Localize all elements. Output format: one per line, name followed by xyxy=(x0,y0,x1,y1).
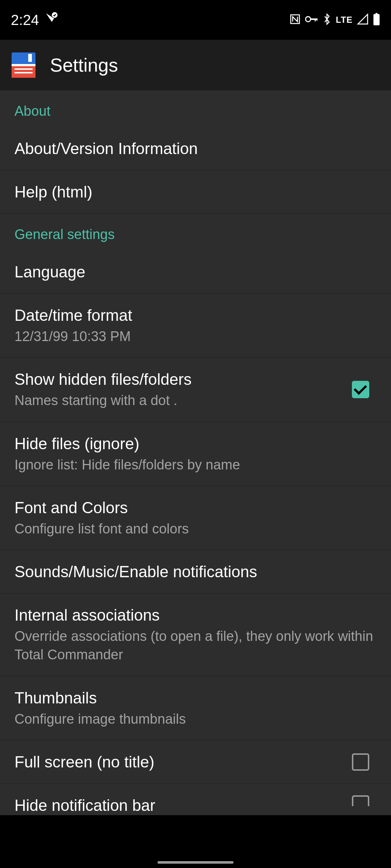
nfc-icon xyxy=(289,13,301,26)
status-bar: 2:24 LTE xyxy=(0,0,391,40)
item-title: Hide files (ignore) xyxy=(14,434,377,454)
item-internal-associations[interactable]: Internal associations Override associati… xyxy=(0,593,391,676)
item-title: Date/time format xyxy=(14,305,377,325)
item-subtitle: Ignore list: Hide files/folders by name xyxy=(14,456,377,474)
svg-rect-4 xyxy=(315,18,316,21)
checkbox-full-screen[interactable] xyxy=(352,753,369,771)
signal-icon xyxy=(357,13,369,26)
page-title: Settings xyxy=(50,54,118,76)
checkbox-show-hidden[interactable] xyxy=(352,381,369,398)
wifi-calling-icon xyxy=(45,12,59,29)
item-about-version[interactable]: About/Version Information xyxy=(0,127,391,170)
item-subtitle: Configure list font and colors xyxy=(14,520,377,538)
item-subtitle: Override associations (to open a file), … xyxy=(14,627,377,664)
nav-handle[interactable] xyxy=(157,861,234,864)
item-subtitle: 12/31/99 10:33 PM xyxy=(14,327,377,346)
checkbox-hide-notification-bar[interactable] xyxy=(352,795,369,806)
item-help[interactable]: Help (html) xyxy=(0,170,391,214)
item-title: Hide notification bar xyxy=(14,795,341,815)
status-right: LTE xyxy=(289,13,380,27)
svg-rect-6 xyxy=(375,13,378,14)
item-font-colors[interactable]: Font and Colors Configure list font and … xyxy=(0,486,391,550)
item-title: Internal associations xyxy=(14,605,377,625)
item-thumbnails[interactable]: Thumbnails Configure image thumbnails xyxy=(0,676,391,740)
item-title: Sounds/Music/Enable notifications xyxy=(14,562,377,582)
svg-rect-5 xyxy=(316,18,318,21)
item-date-time-format[interactable]: Date/time format 12/31/99 10:33 PM xyxy=(0,294,391,358)
checkmark-icon xyxy=(354,382,367,395)
network-type: LTE xyxy=(336,15,353,25)
status-left: 2:24 xyxy=(11,12,59,29)
status-time: 2:24 xyxy=(11,12,39,28)
battery-icon xyxy=(373,13,380,27)
item-title: Language xyxy=(14,262,377,282)
item-title: Help (html) xyxy=(14,182,377,202)
item-subtitle: Configure image thumbnails xyxy=(14,710,377,728)
item-hide-files[interactable]: Hide files (ignore) Ignore list: Hide fi… xyxy=(0,422,391,486)
item-title: Thumbnails xyxy=(14,688,377,708)
item-hide-notification-bar[interactable]: Hide notification bar xyxy=(0,784,391,815)
svg-rect-3 xyxy=(310,18,317,20)
item-title: Full screen (no title) xyxy=(14,752,341,772)
settings-list: About About/Version Information Help (ht… xyxy=(0,90,391,815)
item-subtitle: Names starting with a dot . xyxy=(14,391,341,410)
item-full-screen[interactable]: Full screen (no title) xyxy=(0,740,391,784)
item-title: Show hidden files/folders xyxy=(14,369,341,389)
item-title: Font and Colors xyxy=(14,498,377,518)
app-floppy-icon xyxy=(12,52,35,78)
bluetooth-icon xyxy=(323,13,331,26)
key-icon xyxy=(305,15,318,25)
item-show-hidden[interactable]: Show hidden files/folders Names starting… xyxy=(0,358,391,422)
app-bar: Settings xyxy=(0,40,391,90)
section-header-general: General settings xyxy=(0,214,391,250)
item-language[interactable]: Language xyxy=(0,250,391,294)
item-title: About/Version Information xyxy=(14,139,377,158)
svg-point-2 xyxy=(306,17,311,22)
svg-rect-7 xyxy=(374,14,380,25)
item-sounds[interactable]: Sounds/Music/Enable notifications xyxy=(0,550,391,593)
section-header-about: About xyxy=(0,90,391,127)
